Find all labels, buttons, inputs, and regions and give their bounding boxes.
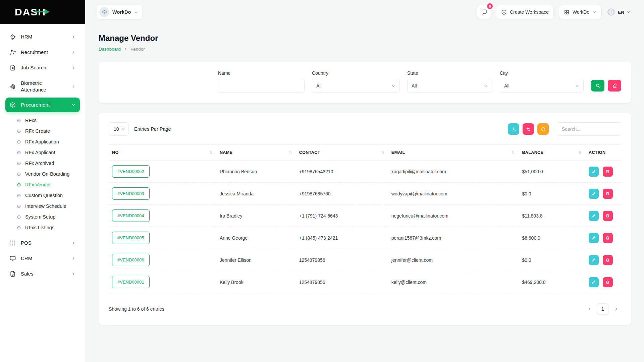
sort-icon[interactable] <box>578 150 582 155</box>
trash-icon <box>605 191 610 196</box>
state-select-value: All <box>412 83 417 88</box>
vendor-id-badge[interactable]: #VEND00005 <box>112 232 150 244</box>
sort-icon[interactable] <box>511 150 515 155</box>
delete-button[interactable] <box>603 189 613 199</box>
vendor-balance: $6,600.0 <box>519 227 585 249</box>
name-filter-input[interactable] <box>218 79 305 93</box>
reset-filter-button[interactable] <box>608 80 621 92</box>
apply-filter-button[interactable] <box>591 80 604 92</box>
refresh-button[interactable] <box>537 123 549 135</box>
showing-entries-text: Showing 1 to 6 of 6 entries <box>109 306 164 312</box>
package-icon <box>9 102 16 108</box>
delete-button[interactable] <box>603 233 613 243</box>
sidebar: HRM Recruitment Job Search Biometric Att… <box>0 24 85 362</box>
sidebar-subitem-rfx-application[interactable]: RFx Application <box>14 136 80 147</box>
edit-button[interactable] <box>589 167 599 177</box>
chevron-down-icon <box>71 103 76 107</box>
pencil-icon <box>592 236 596 240</box>
vendor-id-badge[interactable]: #VEND00003 <box>112 187 150 200</box>
disc-icon <box>17 215 21 219</box>
entries-per-page-select[interactable]: 10 <box>109 122 129 136</box>
sidebar-item-recruitment[interactable]: Recruitment <box>5 45 80 60</box>
sidebar-subitem-rfx-archived[interactable]: RFx Archived <box>14 158 80 169</box>
page-number-button[interactable]: 1 <box>597 303 608 315</box>
logo-arrow-icon <box>34 9 50 14</box>
sidebar-subitem-rfxs[interactable]: RFxs <box>14 115 80 126</box>
create-workspace-button[interactable]: Create Workspace <box>496 5 554 19</box>
trash-icon <box>605 169 610 174</box>
sidebar-item-pos[interactable]: POS <box>5 236 80 250</box>
sidebar-item-sales[interactable]: Sales <box>5 266 80 281</box>
sidebar-item-procurement[interactable]: Procurement <box>5 98 80 112</box>
edit-button[interactable] <box>589 211 599 221</box>
sidebar-subitem-label: RFx Applicant <box>25 150 55 155</box>
next-page-button[interactable] <box>611 303 621 315</box>
sidebar-subitem-system-setup[interactable]: System Setup <box>14 212 80 222</box>
country-select[interactable]: All <box>312 79 400 93</box>
sidebar-subitem-rfxs-listings[interactable]: RFxs Listings <box>14 222 80 233</box>
edit-button[interactable] <box>589 255 599 265</box>
pagination: 1 <box>584 303 621 315</box>
sidebar-subitem-interview-schedule[interactable]: Interview Schedule <box>14 201 80 212</box>
delete-button[interactable] <box>603 211 613 221</box>
sort-icon[interactable] <box>288 150 292 155</box>
sidebar-subitem-rfx-create[interactable]: RFx Create <box>14 126 80 136</box>
breadcrumb: Dashboard Vendor <box>99 47 631 52</box>
edit-button[interactable] <box>589 233 599 243</box>
apps-menu-button[interactable]: WorkDo <box>559 5 602 19</box>
sidebar-subitem-label: Vendor On-Boarding <box>25 171 69 177</box>
vendor-name: Kelly Brook <box>216 271 296 293</box>
document-search-icon <box>9 64 16 71</box>
state-select[interactable]: All <box>407 79 492 93</box>
apps-menu-label: WorkDo <box>573 9 589 15</box>
sidebar-item-hrm[interactable]: HRM <box>5 29 80 44</box>
sidebar-subitem-label: Custom Question <box>25 193 63 198</box>
app-logo[interactable]: DASH <box>15 6 46 18</box>
delete-button[interactable] <box>603 255 613 265</box>
table-row: #VEND00003 Jessica Miranda +91987685760 … <box>109 183 621 205</box>
entries-per-page-value: 10 <box>114 126 119 132</box>
vendor-id-badge[interactable]: #VEND00004 <box>112 209 150 222</box>
sidebar-item-job-search[interactable]: Job Search <box>5 60 80 75</box>
vendor-balance: $11,803.8 <box>519 205 585 227</box>
undo-icon <box>526 127 531 132</box>
pencil-icon <box>592 191 596 196</box>
create-workspace-label: Create Workspace <box>510 9 549 15</box>
disc-icon <box>17 193 21 198</box>
vendor-email: wodyvapit@mailinator.com <box>388 183 519 205</box>
table-search-input[interactable] <box>557 122 621 136</box>
sort-icon[interactable] <box>209 150 213 155</box>
vendor-name: Rhiannon Benson <box>216 161 296 183</box>
trash-icon <box>605 214 610 218</box>
sidebar-subitem-rfx-vendor[interactable]: RFx Vendor <box>14 179 80 190</box>
messages-button[interactable]: 0 <box>477 5 491 19</box>
edit-button[interactable] <box>589 189 599 199</box>
export-button[interactable] <box>508 123 519 135</box>
sidebar-item-crm[interactable]: CRM <box>5 251 80 266</box>
breadcrumb-dashboard-link[interactable]: Dashboard <box>99 47 121 52</box>
edit-button[interactable] <box>589 277 599 287</box>
sidebar-subitem-custom-question[interactable]: Custom Question <box>14 190 80 201</box>
workspace-selector[interactable]: WorkDo <box>97 5 143 19</box>
language-selector[interactable]: EN <box>607 8 631 16</box>
name-filter-label: Name <box>218 70 305 76</box>
prev-page-button[interactable] <box>584 303 594 315</box>
country-select-value: All <box>316 83 322 88</box>
sidebar-item-biometric-attendance[interactable]: Biometric Attendance <box>5 76 80 97</box>
vendor-id-badge[interactable]: #VEND00001 <box>112 276 150 288</box>
vendor-id-badge[interactable]: #VEND00002 <box>112 165 150 178</box>
undo-button[interactable] <box>523 123 534 135</box>
sidebar-subitem-rfx-applicant[interactable]: RFx Applicant <box>14 147 80 158</box>
city-select[interactable]: All <box>500 79 584 93</box>
vendor-contact: 1254879856 <box>296 249 388 271</box>
vendor-id-badge[interactable]: #VEND00006 <box>112 254 150 266</box>
user-plus-icon <box>9 49 16 56</box>
chat-icon <box>481 9 487 15</box>
sidebar-subitem-vendor-onboarding[interactable]: Vendor On-Boarding <box>14 169 80 179</box>
delete-button[interactable] <box>603 167 613 177</box>
entries-per-page-label: Entries Per Page <box>134 126 171 132</box>
sort-icon[interactable] <box>381 150 385 155</box>
sidebar-item-label: HRM <box>21 34 32 40</box>
chevron-right-icon <box>71 241 76 245</box>
delete-button[interactable] <box>603 277 613 287</box>
